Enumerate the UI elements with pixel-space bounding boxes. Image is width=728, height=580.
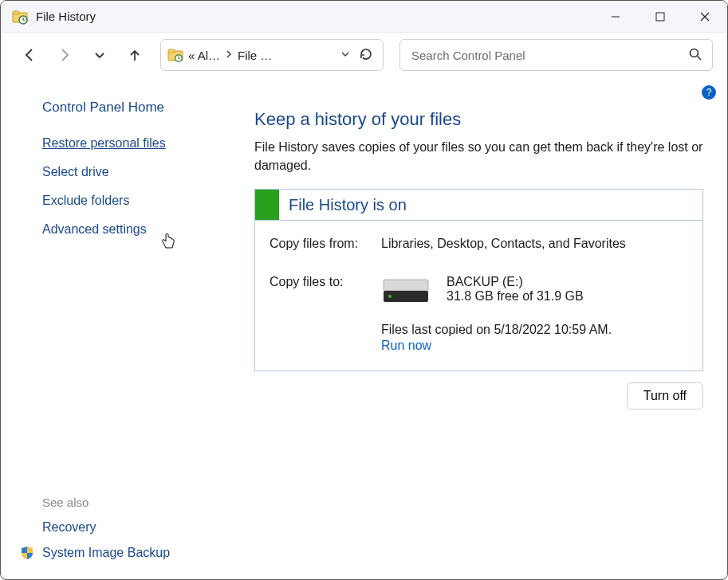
sidebar-link-select-drive[interactable]: Select drive <box>42 165 229 179</box>
search-input[interactable] <box>410 48 688 63</box>
breadcrumb-seg-2[interactable]: File … <box>238 49 272 62</box>
svg-point-10 <box>691 49 698 57</box>
copy-from-value: Libraries, Desktop, Contacts, and Favori… <box>381 237 688 251</box>
close-button[interactable] <box>683 1 727 33</box>
status-box: File History is on Copy files from: Libr… <box>254 189 703 371</box>
breadcrumb-seg-1[interactable]: « Al… <box>188 49 220 62</box>
address-bar[interactable]: « Al… File … <box>160 39 384 71</box>
help-icon[interactable]: ? <box>702 85 716 100</box>
titlebar: File History <box>1 1 727 33</box>
minimize-button[interactable] <box>593 1 638 33</box>
sidebar-link-restore-personal-files[interactable]: Restore personal files <box>42 136 229 151</box>
window-title: File History <box>36 10 96 23</box>
sidebar-footer-recovery[interactable]: Recovery <box>42 520 229 535</box>
turn-off-button[interactable]: Turn off <box>627 382 703 410</box>
drive-space: 31.8 GB free of 31.9 GB <box>447 289 584 304</box>
svg-rect-1 <box>13 11 19 14</box>
maximize-button[interactable] <box>638 1 683 33</box>
page-description: File History saves copies of your files … <box>254 138 703 174</box>
sidebar-footer-system-image-backup[interactable]: System Image Backup <box>20 546 229 560</box>
back-button[interactable] <box>15 41 44 69</box>
search-icon[interactable] <box>688 47 702 64</box>
svg-rect-8 <box>168 49 175 53</box>
refresh-button[interactable] <box>356 47 376 64</box>
folder-icon <box>167 48 183 62</box>
control-panel-home-link[interactable]: Control Panel Home <box>42 100 229 116</box>
copy-to-label: Copy files to: <box>270 275 381 353</box>
nav-row: « Al… File … <box>1 33 727 77</box>
chevron-right-icon[interactable] <box>225 49 233 61</box>
run-now-link[interactable]: Run now <box>381 339 431 353</box>
status-title: File History is on <box>279 196 407 214</box>
status-color-swatch <box>255 190 279 220</box>
svg-line-11 <box>698 56 702 60</box>
drive-name: BACKUP (E:) <box>447 275 584 289</box>
sidebar: Control Panel Home Restore personal file… <box>14 92 237 579</box>
chevron-down-icon[interactable] <box>340 49 351 61</box>
up-button[interactable] <box>120 41 149 69</box>
status-header: File History is on <box>255 190 702 221</box>
copy-from-label: Copy files from: <box>270 237 381 251</box>
sidebar-footer-label: System Image Backup <box>42 546 170 560</box>
forward-button[interactable] <box>50 41 79 69</box>
file-history-icon <box>12 9 28 25</box>
recent-dropdown[interactable] <box>85 41 114 69</box>
shield-icon <box>20 546 34 560</box>
svg-point-14 <box>388 295 392 298</box>
drive-icon <box>381 276 431 305</box>
main-panel: Keep a history of your files File Histor… <box>237 92 714 579</box>
sidebar-link-advanced-settings[interactable]: Advanced settings <box>42 222 229 237</box>
page-title: Keep a history of your files <box>254 109 703 130</box>
sidebar-footer-label: Recovery <box>42 520 96 535</box>
svg-rect-4 <box>656 13 664 21</box>
last-copied-text: Files last copied on 5/18/2022 10:59 AM. <box>381 323 688 337</box>
sidebar-link-exclude-folders[interactable]: Exclude folders <box>42 194 229 208</box>
see-also-heading: See also <box>42 496 229 509</box>
search-box[interactable] <box>399 39 713 71</box>
svg-rect-12 <box>384 280 428 291</box>
